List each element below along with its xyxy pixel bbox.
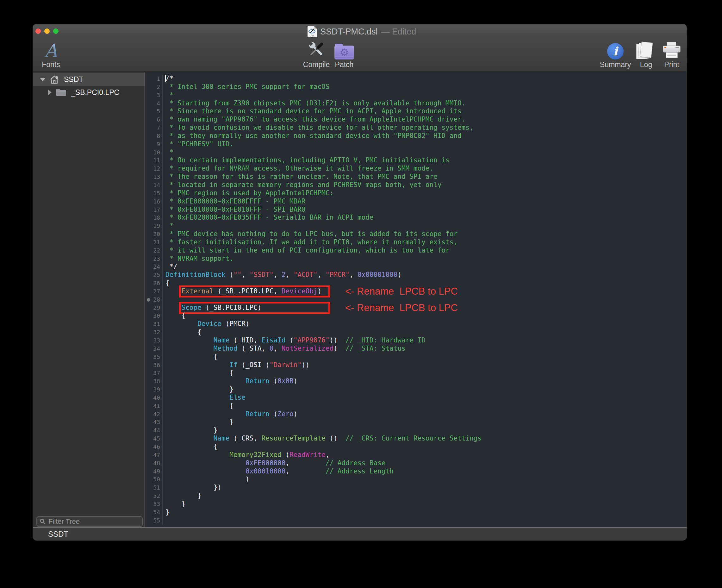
line-number: 16 [145, 197, 163, 206]
line-number: 33 [145, 336, 163, 344]
code-line[interactable]: 4 * Starting from Z390 chipsets PMC (D31… [145, 99, 686, 108]
code-line[interactable]: 24 */ [145, 263, 686, 271]
code-line-text: * it will start in the end of PCI config… [163, 247, 686, 255]
code-line[interactable]: 3 * [145, 91, 686, 99]
code-line[interactable]: 47 Memory32Fixed (ReadWrite, [145, 451, 686, 459]
sidebar-item-ssdt-root[interactable]: SSDT [33, 73, 145, 86]
filter-tree-input[interactable]: Filter Tree [36, 516, 143, 527]
code-line[interactable]: 39 } [145, 385, 686, 394]
line-number: 55 [145, 517, 163, 525]
filter-placeholder: Filter Tree [48, 518, 80, 526]
code-line[interactable]: 5 * Since there is no standard device fo… [145, 107, 686, 115]
line-number: 9 [145, 140, 163, 148]
text-cursor [165, 75, 166, 82]
line-number: 13 [145, 173, 163, 181]
code-line-text: } [163, 385, 686, 394]
code-line[interactable]: 19 * [145, 222, 686, 230]
disclosure-down-icon[interactable] [40, 78, 46, 81]
code-line-text: * Since there is no standard device for … [163, 107, 686, 115]
line-number: 51 [145, 484, 163, 492]
code-line[interactable]: 8 * as they normally use another non-sta… [145, 132, 686, 140]
code-line[interactable]: 12 * required for NVRAM access. Otherwis… [145, 165, 686, 173]
code-line-text: * required for NVRAM access. Otherwise i… [163, 165, 686, 173]
code-line[interactable]: 32 { [145, 328, 686, 336]
code-line[interactable]: 38 Return (0x0B) [145, 377, 686, 385]
code-line[interactable]: 22 * it will start in the end of PCI con… [145, 247, 686, 255]
tree-child-label: _SB.PCI0.LPC [71, 88, 119, 97]
code-line[interactable]: 37 { [145, 369, 686, 377]
code-line[interactable]: 27 External (_SB_.PCI0.LPC, DeviceObj)<-… [145, 287, 686, 296]
code-editor[interactable]: 1/*2 * Intel 300-series PMC support for … [145, 72, 686, 527]
code-line[interactable]: 50 ) [145, 475, 686, 484]
code-line[interactable]: 17 * 0xFE010000~0xFE010FFF - SPI BAR0 [145, 206, 686, 214]
gear-icon: ⚙ [335, 46, 354, 59]
line-number: 20 [145, 230, 163, 238]
code-line[interactable]: 35 { [145, 353, 686, 361]
code-line[interactable]: 49 0x00010000, // Address Length [145, 467, 686, 476]
code-line-text: * 0xFE000000~0xFE00FFFF - PMC MBAR [163, 197, 686, 206]
dsl-scribble-icon [308, 27, 316, 35]
close-button[interactable] [36, 28, 41, 34]
line-number: 8 [145, 132, 163, 140]
minimize-button[interactable] [44, 28, 50, 34]
code-line[interactable]: 11 * On certain implementations, includi… [145, 156, 686, 165]
code-line[interactable]: 21 * faster initialisation. If we add it… [145, 238, 686, 247]
code-line[interactable]: 48 0xFE000000, // Address Base [145, 459, 686, 467]
code-line-text: }) [163, 484, 686, 492]
code-line[interactable]: 43 } [145, 418, 686, 426]
code-line[interactable]: 33 Name (_HID, EisaId ("APP9876")) // _H… [145, 336, 686, 344]
code-line[interactable]: 1/* [145, 75, 686, 83]
code-line[interactable]: 45 Name (_CRS, ResourceTemplate () // _C… [145, 435, 686, 443]
line-number: 34 [145, 344, 163, 353]
zoom-button[interactable] [53, 28, 59, 34]
code-line[interactable]: 52 } [145, 492, 686, 500]
line-number: 44 [145, 426, 163, 435]
patch-button[interactable]: ⚙ Patch [324, 38, 365, 69]
code-line[interactable]: 10 * [145, 148, 686, 156]
info-icon: i [607, 43, 623, 60]
code-line-text: * faster initialisation. If we add it to… [163, 238, 686, 247]
code-line-text: * Starting from Z390 chipsets PMC (D31:F… [163, 99, 686, 108]
code-line[interactable]: 46 { [145, 443, 686, 451]
code-line[interactable]: 31 Device (PMCR) [145, 320, 686, 328]
line-number: 27 [145, 287, 163, 296]
code-line[interactable]: 29 Scope (_SB.PCI0.LPC)<- Rename LPCB to… [145, 304, 686, 312]
code-line[interactable]: 30 { [145, 312, 686, 320]
code-line[interactable]: 15 * PMC region is used by AppleIntelPCH… [145, 189, 686, 197]
code-line[interactable]: 54} [145, 508, 686, 517]
code-line[interactable]: 53 } [145, 500, 686, 508]
code-line-text: { [163, 443, 686, 451]
code-line[interactable]: 42 Return (Zero) [145, 410, 686, 418]
code-line[interactable]: 40 Else [145, 394, 686, 402]
line-number: 43 [145, 418, 163, 426]
line-number: 29 [145, 304, 163, 312]
code-line[interactable]: 14 * located in separate memory regions … [145, 181, 686, 189]
code-line[interactable]: 41 { [145, 402, 686, 410]
print-button[interactable]: Print [651, 38, 692, 69]
code-line[interactable]: 2 * Intel 300-series PMC support for mac… [145, 83, 686, 91]
code-line[interactable]: 6 * own naming "APP9876" to access this … [145, 115, 686, 124]
code-line[interactable]: 44 } [145, 426, 686, 435]
code-line[interactable]: 20 * PMC device has nothing to do to LPC… [145, 230, 686, 238]
code-line[interactable]: 36 If (_OSI ("Darwin")) [145, 361, 686, 369]
code-line-text: { [163, 369, 686, 377]
code-line[interactable]: 16 * 0xFE000000~0xFE00FFFF - PMC MBAR [145, 197, 686, 206]
title-filename: SSDT-PMC.dsl [320, 27, 378, 37]
fonts-button[interactable]: A Fonts [30, 38, 71, 69]
code-line[interactable]: 13 * The reason for this is rather uncle… [145, 173, 686, 181]
sidebar-item-sb-pci0-lpc[interactable]: _SB.PCI0.LPC [33, 86, 145, 99]
code-line[interactable]: 34 Method (_STA, 0, NotSerialized) // _S… [145, 344, 686, 353]
code-line[interactable]: 18 * 0xFE020000~0xFE035FFF - SerialIo BA… [145, 214, 686, 222]
disclosure-right-icon[interactable] [48, 89, 51, 95]
app-window: DSL SSDT-PMC.dsl — Edited A Fonts [33, 24, 686, 540]
code-line[interactable]: 51 }) [145, 484, 686, 492]
line-number: 25 [145, 271, 163, 279]
dsl-document-icon: DSL [307, 26, 317, 37]
code-line[interactable]: 25DefinitionBlock ("", "SSDT", 2, "ACDT"… [145, 271, 686, 279]
fonts-icon: A [45, 42, 57, 60]
code-line[interactable]: 9 * "PCHRESV" UID. [145, 140, 686, 148]
code-line-text: * On certain implementations, including … [163, 156, 686, 165]
code-line[interactable]: 7 * To avoid confusion we disable this d… [145, 124, 686, 132]
code-line[interactable]: 23 * NVRAM support. [145, 255, 686, 263]
code-line[interactable]: 55 [145, 517, 686, 525]
